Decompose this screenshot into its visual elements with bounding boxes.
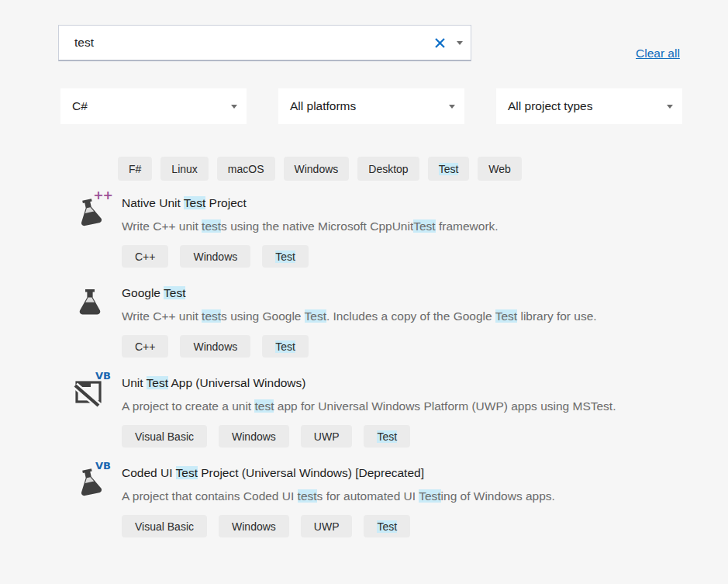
tag-pill[interactable]: UWP [301,515,353,537]
text-segment: Google [122,286,164,299]
vb-language-badge: VB [95,461,111,471]
text-segment: C++ [135,251,155,263]
text-segment: Project [205,196,247,209]
text-segment: Unit [122,376,147,389]
text-segment: Windows [193,340,237,353]
template-icon: ++ [74,194,109,231]
template-title: Unit Test App (Universal Windows) [122,375,702,392]
tag-pill[interactable]: Visual Basic [122,515,207,537]
tag-pill[interactable]: UWP [301,425,353,448]
tag-pill[interactable]: Test [428,157,470,181]
text-segment: macOS [228,163,264,175]
template-tags: C++WindowsTest [122,335,702,358]
text-segment: C++ [135,340,155,353]
search-match-highlight: Test [419,489,440,503]
search-input[interactable]: test [59,36,433,50]
clear-search-icon[interactable] [433,36,446,49]
tag-pill[interactable]: Windows [219,515,289,537]
text-segment: Visual Basic [135,520,194,533]
text-segment: s using the native Microsoft CppUnit [221,219,413,233]
search-match-highlight: Test [377,520,397,533]
text-segment: Write C++ unit [122,309,202,323]
template-description: Write C++ unit tests using Google Test. … [122,308,702,325]
tag-pill[interactable]: macOS [217,157,275,181]
template-tags: Visual BasicWindowsUWPTest [122,515,702,537]
text-segment: framework. [436,219,499,233]
x-glyph [434,37,446,49]
flask-icon [74,285,106,320]
text-segment: s for automated UI [317,489,419,503]
tag-pill[interactable]: Visual Basic [122,425,207,448]
tag-pill[interactable]: Test [364,515,410,537]
text-segment: Coded UI [122,466,176,479]
template-title: Native Unit Test Project [122,195,702,212]
template-list-item[interactable]: VB Unit Test App (Universal Windows) A p… [74,374,702,448]
text-segment: F# [129,163,141,175]
vb-language-badge: VB [95,371,111,381]
tag-pill[interactable]: Test [364,425,410,448]
search-match-highlight: Test [164,286,185,299]
filter-dropdown-1[interactable]: All platforms [278,88,464,124]
search-match-highlight: test [254,399,274,413]
tag-pill[interactable]: Windows [180,245,250,268]
template-description: Write C++ unit tests using the native Mi… [122,218,702,235]
template-list-item[interactable]: Google Test Write C++ unit tests using G… [74,284,702,358]
text-segment: Native Unit [122,196,184,209]
tag-pill[interactable]: Desktop [357,157,419,181]
template-icon: VB [74,374,109,411]
template-description: A project to create a unit test app for … [122,398,702,415]
search-match-highlight: Test [439,163,459,175]
search-match-highlight: Test [184,196,205,209]
template-icon: VB [74,464,109,501]
template-list-item[interactable]: VB Coded UI Test Project (Universal Wind… [74,464,702,537]
text-segment: Write C++ unit [122,219,202,233]
search-match-highlight: Test [275,340,295,353]
chevron-down-icon [231,105,237,109]
template-list-item[interactable]: ++ Native Unit Test Project Write C++ un… [74,194,702,268]
text-segment: UWP [314,520,340,533]
tag-pill[interactable]: Windows [219,425,289,448]
tag-pill[interactable]: Linux [160,157,208,181]
search-match-highlight: test [298,489,317,503]
search-match-highlight: Test [147,376,168,389]
chevron-down-icon [667,105,673,109]
search-match-highlight: Test [413,219,435,233]
template-icon [74,284,109,321]
search-match-highlight: Test [275,251,295,263]
template-title: Google Test [122,285,702,302]
text-segment: UWP [314,430,340,443]
template-title: Coded UI Test Project (Universal Windows… [122,465,702,482]
search-match-highlight: Test [305,309,326,323]
text-segment: Windows [295,163,339,175]
text-segment: Linux [171,163,197,175]
tag-pill[interactable]: C++ [122,335,168,358]
template-tags: Visual BasicWindowsUWPTest [122,425,702,448]
filter-dropdown-0[interactable]: C# [60,88,247,124]
text-segment: s using Google [221,309,304,323]
tag-pill[interactable]: Test [262,245,309,268]
template-list: ++ Native Unit Test Project Write C++ un… [74,194,702,554]
tag-pill[interactable]: Windows [284,157,350,181]
clear-all-link[interactable]: Clear all [636,47,680,60]
search-history-caret-icon[interactable] [457,41,463,45]
text-segment: Windows [232,430,276,443]
search-match-highlight: Test [495,309,517,323]
tag-pill[interactable]: Web [478,157,522,181]
tag-pill[interactable]: F# [118,157,152,181]
text-segment: Web [488,163,511,175]
chevron-down-icon [449,105,455,109]
text-segment: ing of Windows apps. [441,489,555,503]
filter-dropdown-2[interactable]: All project types [496,88,682,124]
tag-pill[interactable]: C++ [122,245,168,268]
filter-selected-value: C# [60,99,231,113]
cpp-plusplus-badge: ++ [93,189,112,202]
text-segment: A project to create a unit [122,399,254,413]
tag-pill[interactable]: Test [262,335,309,358]
search-match-highlight: test [202,219,221,233]
text-segment: library for use. [517,309,597,323]
tag-filter-bar: F#LinuxmacOSWindowsDesktopTestWeb [118,157,522,181]
search-match-highlight: test [202,309,221,323]
tag-pill[interactable]: Windows [180,335,250,358]
filter-selected-value: All project types [496,99,667,113]
search-box[interactable]: test [58,25,471,61]
